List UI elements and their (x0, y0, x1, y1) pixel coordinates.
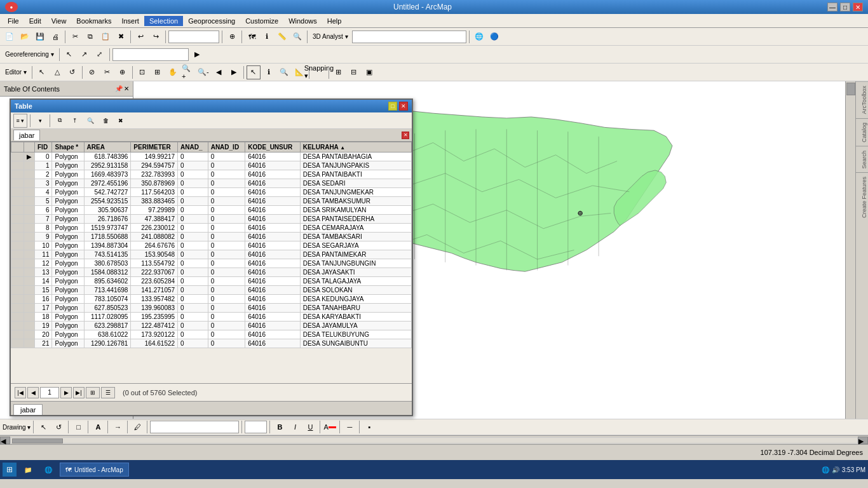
edit-cut-btn[interactable]: ✂ (100, 65, 114, 79)
line-color-btn[interactable]: ─ (342, 420, 356, 434)
undo-btn[interactable]: ↩ (133, 30, 147, 44)
arcgis-btn[interactable]: 🔵 (487, 30, 501, 44)
cut-btn[interactable]: ✂ (68, 30, 82, 44)
edit-select-btn[interactable]: ↖ (35, 65, 49, 79)
menu-geoprocessing[interactable]: Geoprocessing (183, 16, 240, 26)
nav-prev-btn[interactable]: ◀ (27, 387, 39, 398)
font-A-btn[interactable]: A (91, 420, 105, 434)
georef-btn1[interactable]: ↖ (62, 48, 76, 62)
zoom-full-btn[interactable]: ⊡ (135, 65, 149, 79)
delete-btn[interactable]: ✖ (114, 30, 128, 44)
table-row[interactable]: 3Polygon2972.455196350.8789690064016DESA… (11, 179, 412, 188)
menu-edit[interactable]: Edit (24, 16, 46, 26)
table-row[interactable]: 18Polygon1117.028095195.2359950064016DES… (11, 313, 412, 322)
select-features-btn[interactable]: ↖ (247, 65, 261, 79)
table-row[interactable]: 17Polygon627.850523139.9600830064016DESA… (11, 304, 412, 313)
globe-btn[interactable]: 🌐 (472, 30, 486, 44)
redo-btn[interactable]: ↪ (149, 30, 163, 44)
3d-toolbar-input[interactable] (352, 30, 466, 43)
measure-btn[interactable]: 📏 (275, 30, 289, 44)
zoom-next-btn[interactable]: ▶ (227, 65, 241, 79)
layout-btn1[interactable]: ⊞ (332, 65, 346, 79)
scroll-thumb-v[interactable] (846, 83, 855, 95)
copy-btn[interactable]: ⧉ (83, 30, 97, 44)
minimize-button[interactable]: — (827, 3, 837, 11)
table-row[interactable]: 9Polygon1718.550688241.0880820064016DESA… (11, 233, 412, 241)
h-scroll-track[interactable] (10, 437, 858, 444)
zoom-in-map-btn[interactable]: 🔍+ (181, 65, 195, 79)
table-close-btn[interactable]: ✕ (399, 102, 408, 111)
identify-tool-btn[interactable]: ℹ (262, 65, 276, 79)
search-input[interactable] (168, 30, 219, 43)
search-tab[interactable]: Search (856, 146, 869, 173)
tab-close-btn[interactable]: ✕ (402, 132, 409, 139)
new-btn[interactable]: 📄 (3, 30, 17, 44)
col-header-shape[interactable]: Shape * (52, 142, 84, 152)
open-btn[interactable]: 📂 (18, 30, 32, 44)
col-header-anad-id[interactable]: ANAD_ID (208, 142, 245, 152)
table-row[interactable]: ▶0Polygon618.748396149.992170064016DESA … (11, 152, 412, 161)
nav-first-btn[interactable]: |◀ (15, 387, 26, 398)
row-selector[interactable] (11, 330, 24, 339)
maximize-button[interactable]: □ (840, 3, 850, 11)
col-header-area[interactable]: AREA (84, 142, 131, 152)
draw-rect-btn[interactable]: □ (71, 420, 85, 434)
font-family-select[interactable]: Arial (150, 421, 239, 433)
menu-windows[interactable]: Windows (283, 16, 322, 26)
table-row[interactable]: 12Polygon380.678503113.5547920064016DESA… (11, 259, 412, 268)
toc-pin-btn[interactable]: 📌 (115, 85, 123, 92)
table-row[interactable]: 5Polygon2554.923515383.8834650064016DESA… (11, 197, 412, 206)
snapping-btn[interactable]: Snapping ▾ (312, 65, 326, 79)
zoom-layer-btn[interactable]: ⊞ (151, 65, 165, 79)
add-data-btn[interactable]: ⊕ (225, 30, 239, 44)
row-selector[interactable] (11, 259, 24, 268)
table-bottom-tab[interactable]: jabar (13, 404, 43, 415)
table-row[interactable]: 21Polygon1290.126781164.615220064016DESA… (11, 339, 412, 348)
edit-merge-btn[interactable]: ⊕ (116, 65, 130, 79)
row-selector[interactable] (11, 295, 24, 304)
table-row[interactable]: 11Polygon743.514135153.905480064016DESA … (11, 250, 412, 259)
row-selector[interactable] (11, 339, 24, 348)
menu-selection[interactable]: Selection (144, 16, 183, 26)
create-features-tab[interactable]: Create Features (856, 172, 869, 222)
table-min-btn[interactable]: □ (388, 102, 397, 111)
toc-close-btn[interactable]: ✕ (124, 85, 129, 92)
table-clear-selection-btn[interactable]: ✖ (114, 114, 128, 128)
table-zoom-to-btn[interactable]: 🔍 (83, 114, 97, 128)
table-row[interactable]: 2Polygon1669.483973232.7839930064016DESA… (11, 170, 412, 179)
nav-show-all-btn[interactable]: ⊞ (86, 387, 100, 398)
col-header-kelurahan[interactable]: KELURAHA ▲ (300, 142, 411, 152)
font-size-input[interactable]: 10 (245, 421, 267, 433)
arctools-tab[interactable]: ArcToolbox (856, 81, 869, 118)
menu-bookmarks[interactable]: Bookmarks (71, 16, 116, 26)
zoom-in-btn[interactable]: 🔍 (290, 30, 304, 44)
col-header-fid[interactable]: FID (35, 142, 52, 152)
save-btn[interactable]: 💾 (33, 30, 47, 44)
h-scrollbar[interactable]: ◀ ▶ (0, 435, 868, 444)
row-selector[interactable] (11, 233, 24, 241)
rotate-tool-btn[interactable]: ↺ (51, 420, 65, 434)
table-copy-selected-btn[interactable]: ⧉ (53, 114, 67, 128)
paste-btn[interactable]: 📋 (98, 30, 112, 44)
edit-split-btn[interactable]: ⊘ (85, 65, 99, 79)
select-tool-btn[interactable]: ↖ (36, 420, 50, 434)
table-row[interactable]: 20Polygon638.61022173.9201220064016DESA … (11, 330, 412, 339)
h-scroll-thumb[interactable] (12, 438, 63, 444)
row-selector[interactable] (11, 161, 24, 170)
row-selector[interactable] (11, 304, 24, 313)
taskbar-ie-btn[interactable]: 🌐 (39, 463, 57, 477)
menu-help[interactable]: Help (322, 16, 347, 26)
table-option-btn[interactable]: ▾ (33, 114, 47, 128)
row-selector[interactable] (11, 277, 24, 286)
table-row[interactable]: 13Polygon1584.088312222.9370670064016DES… (11, 268, 412, 277)
table-content[interactable]: FID Shape * AREA PERIMETER ANAD_ ANAD_ID… (11, 142, 412, 383)
row-selector[interactable] (11, 170, 24, 179)
zoom-out-map-btn[interactable]: 🔍- (196, 65, 210, 79)
georef-input[interactable] (112, 48, 189, 61)
italic-btn[interactable]: I (288, 420, 302, 434)
taskbar-arcmap-btn[interactable]: 🗺 Untitled - ArcMap (60, 463, 129, 477)
row-selector[interactable] (11, 188, 24, 197)
map-scrollbar-v[interactable] (845, 81, 855, 419)
start-btn[interactable]: ⊞ (3, 463, 17, 477)
row-selector[interactable] (11, 215, 24, 224)
